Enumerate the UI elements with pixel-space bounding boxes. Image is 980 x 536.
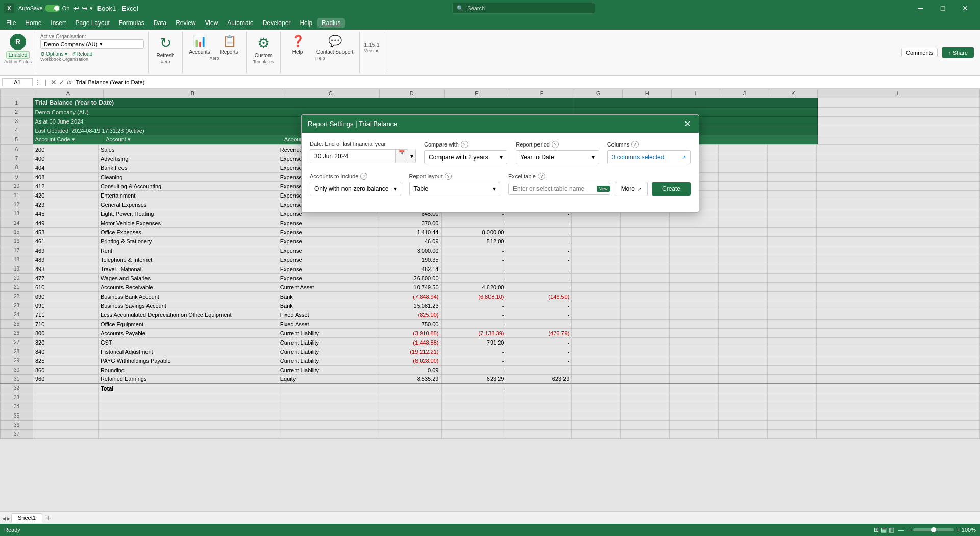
menu-insert[interactable]: Insert: [46, 18, 70, 28]
title-bar: X AutoSave On ↩ ↪ ▾ Book1 - Excel 🔍 Sear…: [0, 0, 980, 16]
accounts-label: Accounts: [189, 49, 210, 55]
accounts-icon: 📊: [193, 35, 207, 48]
zoom-slider[interactable]: [913, 528, 954, 531]
date-label: Date: End of last financial year: [310, 141, 416, 147]
report-settings-dialog: Report Settings | Trial Balance ✕ Date: …: [301, 114, 699, 213]
accounts-caret: ▾: [394, 185, 397, 192]
excel-table-label: Excel table ?: [508, 173, 691, 180]
calendar-icon: 📅: [399, 150, 405, 155]
refresh-button[interactable]: ↻ Refresh: [153, 34, 178, 59]
nav-next-icon[interactable]: ▸: [7, 514, 10, 522]
compare-help-icon[interactable]: ?: [461, 141, 468, 148]
org-dropdown[interactable]: Demo Company (AU) ▾: [40, 39, 144, 49]
dialog-title: Report Settings | Trial Balance: [308, 120, 397, 128]
workbook-org-section: Active Organisation: Demo Company (AU) ▾…: [36, 32, 149, 73]
compare-caret: ▾: [500, 154, 503, 161]
date-input[interactable]: [310, 149, 396, 163]
menu-page-layout[interactable]: Page Layout: [71, 18, 113, 28]
menu-radius[interactable]: Radius: [317, 18, 345, 28]
menu-formulas[interactable]: Formulas: [115, 18, 149, 28]
title-bar-left: X AutoSave On ↩ ↪ ▾ Book1 - Excel: [4, 3, 138, 13]
table-name-input[interactable]: [509, 183, 595, 194]
contact-support-button[interactable]: 💬 Contact Support: [314, 34, 355, 56]
menu-file[interactable]: File: [2, 18, 20, 28]
accounts-help-icon[interactable]: ?: [360, 173, 368, 180]
create-button[interactable]: Create: [652, 182, 691, 196]
page-break-icon[interactable]: ▥: [889, 526, 894, 533]
xero-group-label: Xero: [210, 56, 219, 61]
page-layout-icon[interactable]: ▤: [881, 526, 887, 533]
menu-automate[interactable]: Automate: [223, 18, 257, 28]
compare-select[interactable]: Compare with 2 years ▾: [424, 150, 507, 164]
menu-home[interactable]: Home: [21, 18, 45, 28]
contact-support-icon: 💬: [328, 35, 342, 48]
zoom-out-icon[interactable]: −: [908, 527, 911, 533]
formula-bar-options-icon[interactable]: ⋮: [35, 79, 41, 86]
dialog-row-1: Date: End of last financial year 📅 ▾: [310, 141, 691, 164]
autosave-label: AutoSave: [18, 5, 43, 11]
accounts-reports-group: 📊 Accounts 📋 Reports: [187, 34, 242, 56]
date-calendar-button[interactable]: 📅: [396, 149, 408, 163]
add-sheet-button[interactable]: +: [43, 513, 54, 523]
accounts-button[interactable]: 📊 Accounts: [187, 34, 212, 56]
minimize-button[interactable]: ─: [910, 0, 931, 16]
templates-label: Templates: [253, 59, 274, 64]
share-icon: ↑: [948, 50, 951, 56]
formula-bar: ⋮ | ✕ ✓ fx: [0, 76, 980, 89]
search-placeholder: Search: [467, 5, 485, 11]
report-period-select[interactable]: Year to Date ▾: [516, 150, 599, 164]
share-button[interactable]: ↑ Share: [942, 47, 974, 58]
menu-developer[interactable]: Developer: [259, 18, 295, 28]
menu-data[interactable]: Data: [150, 18, 170, 28]
columns-field: Columns ? 3 columns selected ↗: [607, 141, 691, 164]
menu-help[interactable]: Help: [296, 18, 316, 28]
more-button[interactable]: More ↗: [615, 182, 648, 196]
columns-select[interactable]: 3 columns selected ↗: [607, 150, 691, 164]
close-button[interactable]: ✕: [954, 0, 976, 16]
confirm-formula-icon[interactable]: ✓: [59, 78, 65, 86]
columns-value[interactable]: 3 columns selected: [612, 154, 665, 161]
redo-icon[interactable]: ↪: [82, 4, 88, 12]
excel-table-help-icon[interactable]: ?: [538, 173, 545, 180]
help-group-label: Help: [315, 56, 325, 61]
table-name-wrapper: New: [508, 183, 610, 195]
options-button[interactable]: ⚙ Options ▾: [40, 51, 67, 57]
accounts-field: Accounts to include ? Only with non-zero…: [310, 173, 401, 196]
zoom-in-icon[interactable]: +: [956, 527, 959, 533]
formula-input[interactable]: [74, 79, 978, 85]
columns-label: Columns ?: [607, 141, 691, 148]
columns-help-icon[interactable]: ?: [631, 141, 639, 148]
customize-qat-icon[interactable]: ▾: [90, 5, 93, 12]
maximize-button[interactable]: □: [932, 0, 953, 16]
dialog-close-button[interactable]: ✕: [682, 119, 693, 129]
undo-icon[interactable]: ↩: [74, 4, 80, 12]
help-button[interactable]: ❓ Help: [285, 34, 310, 56]
comments-button[interactable]: Comments: [901, 48, 938, 57]
custom-button[interactable]: ⚙ Custom: [251, 34, 276, 59]
options-caret: ▾: [65, 51, 67, 57]
layout-value: Table: [414, 185, 429, 192]
version-number: 1.15.1: [364, 42, 380, 48]
reload-button[interactable]: ↺ Reload: [71, 51, 93, 57]
enabled-badge: Enabled: [6, 51, 30, 59]
reload-icon: ↺: [71, 51, 76, 57]
report-period-help-icon[interactable]: ?: [552, 141, 559, 148]
cell-mode-icon[interactable]: ⊞: [874, 526, 879, 533]
window-controls: ─ □ ✕: [910, 0, 976, 16]
fx-label: fx: [67, 79, 71, 86]
custom-label: Custom: [255, 53, 272, 58]
search-box[interactable]: 🔍 Search: [452, 3, 595, 14]
layout-help-icon[interactable]: ?: [445, 173, 452, 180]
reports-button[interactable]: 📋 Reports: [216, 34, 242, 56]
menu-review[interactable]: Review: [172, 18, 200, 28]
menu-view[interactable]: View: [201, 18, 223, 28]
autosave-toggle[interactable]: [45, 5, 60, 12]
layout-select[interactable]: Table ▾: [409, 182, 501, 196]
cell-reference-box[interactable]: [2, 78, 33, 86]
date-caret-button[interactable]: ▾: [408, 149, 416, 163]
sheet-tab-sheet1[interactable]: Sheet1: [11, 513, 42, 523]
cancel-formula-icon[interactable]: ✕: [51, 78, 57, 86]
nav-prev-icon[interactable]: ◂: [2, 514, 6, 522]
accounts-select[interactable]: Only with non-zero balance ▾: [310, 182, 401, 196]
layout-caret: ▾: [493, 185, 496, 192]
